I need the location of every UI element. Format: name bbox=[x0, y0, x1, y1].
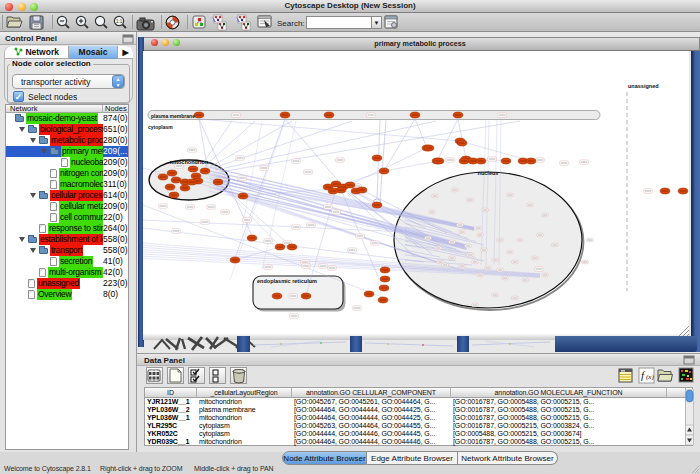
svg-text:plasma membrane: plasma membrane bbox=[151, 113, 195, 119]
svg-text:endoplasmic reticulum: endoplasmic reticulum bbox=[257, 278, 317, 284]
svg-text:(x): (x) bbox=[646, 373, 654, 381]
svg-text:mitochondrion: mitochondrion bbox=[170, 159, 209, 165]
svg-text:unassigned: unassigned bbox=[628, 83, 659, 89]
svg-text:1:1: 1:1 bbox=[116, 19, 123, 24]
svg-text:nucleus: nucleus bbox=[478, 170, 499, 176]
svg-text:cytoplasm: cytoplasm bbox=[148, 124, 173, 130]
